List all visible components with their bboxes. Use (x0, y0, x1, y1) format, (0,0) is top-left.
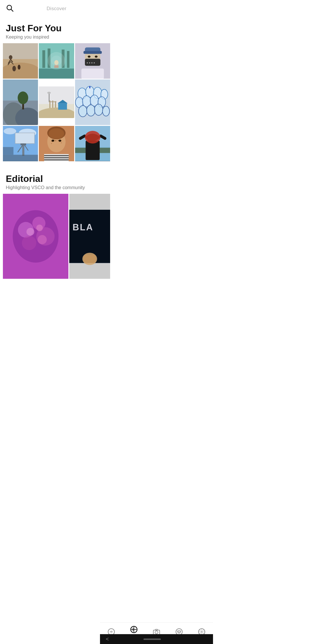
photo-row-1: ★ ★ ★ ★ (3, 43, 110, 78)
svg-rect-42 (49, 101, 57, 102)
search-button[interactable] (6, 4, 14, 13)
svg-point-47 (47, 92, 51, 94)
svg-point-57 (79, 105, 87, 117)
svg-rect-13 (42, 50, 45, 68)
svg-point-76 (49, 129, 64, 139)
photo-grid: ★ ★ ★ ★ (0, 43, 113, 161)
svg-point-60 (102, 106, 109, 116)
svg-point-59 (94, 104, 103, 115)
svg-point-21 (51, 56, 62, 66)
svg-point-82 (51, 143, 52, 144)
editorial-subtitle: Highlighting VSCO and the community (6, 185, 107, 190)
just-for-you-title: Just For You (6, 23, 107, 33)
svg-rect-44 (58, 103, 67, 110)
svg-point-5 (12, 66, 16, 71)
svg-rect-25 (83, 51, 102, 54)
photo-row-3 (3, 126, 110, 161)
photo-cell-4[interactable] (3, 79, 38, 125)
svg-text:BLA: BLA (72, 222, 93, 232)
svg-rect-30 (81, 69, 104, 79)
svg-point-84 (52, 140, 54, 142)
editorial-section: Editorial Highlighting VSCO and the comm… (0, 165, 113, 282)
svg-line-1 (11, 10, 13, 12)
photo-cell-5[interactable] (39, 86, 74, 118)
editorial-title: Editorial (6, 174, 107, 184)
svg-point-83 (61, 142, 62, 143)
editorial-cell-1[interactable] (3, 194, 68, 279)
svg-rect-46 (49, 93, 50, 102)
editorial-cell-2[interactable]: BLA (69, 194, 110, 279)
svg-point-29 (95, 56, 98, 58)
svg-rect-68 (21, 144, 26, 145)
just-for-you-section: Just For You Keeping you inspired (0, 17, 113, 165)
svg-rect-88 (44, 157, 69, 158)
photo-cell-3[interactable]: ★ ★ ★ ★ (75, 43, 110, 78)
svg-point-0 (7, 5, 12, 10)
svg-point-6 (18, 65, 21, 70)
svg-rect-17 (39, 69, 74, 79)
svg-point-85 (59, 140, 61, 142)
photo-cell-2[interactable] (39, 43, 74, 78)
svg-rect-87 (44, 155, 69, 156)
photo-cell-7[interactable] (3, 126, 38, 161)
photo-cell-9[interactable] (75, 126, 110, 161)
photo-cell-6[interactable] (75, 79, 110, 125)
svg-rect-66 (16, 133, 34, 143)
editorial-grid: BLA (0, 194, 113, 279)
svg-point-7 (9, 55, 12, 59)
svg-rect-106 (3, 194, 68, 279)
svg-point-28 (88, 56, 90, 58)
svg-point-79 (55, 140, 57, 141)
photo-row-2 (3, 79, 110, 125)
svg-point-58 (87, 105, 95, 116)
svg-rect-4 (3, 43, 38, 59)
just-for-you-subtitle: Keeping you inspired (6, 35, 107, 40)
svg-rect-89 (44, 160, 69, 161)
photo-cell-1[interactable] (3, 43, 38, 78)
svg-text:★ ★ ★ ★: ★ ★ ★ ★ (86, 62, 95, 64)
just-for-you-header: Just For You Keeping you inspired (0, 23, 113, 43)
svg-rect-16 (67, 51, 69, 68)
svg-point-80 (58, 140, 59, 141)
svg-point-64 (3, 128, 16, 135)
editorial-header: Editorial Highlighting VSCO and the comm… (0, 174, 113, 194)
svg-rect-111 (83, 255, 96, 263)
svg-rect-71 (3, 155, 38, 161)
svg-rect-72 (3, 147, 13, 155)
photo-cell-8[interactable] (39, 126, 74, 161)
svg-rect-93 (85, 141, 100, 160)
svg-point-36 (18, 91, 28, 104)
header-title: Discover (47, 6, 67, 12)
app-header: Discover (0, 0, 113, 17)
